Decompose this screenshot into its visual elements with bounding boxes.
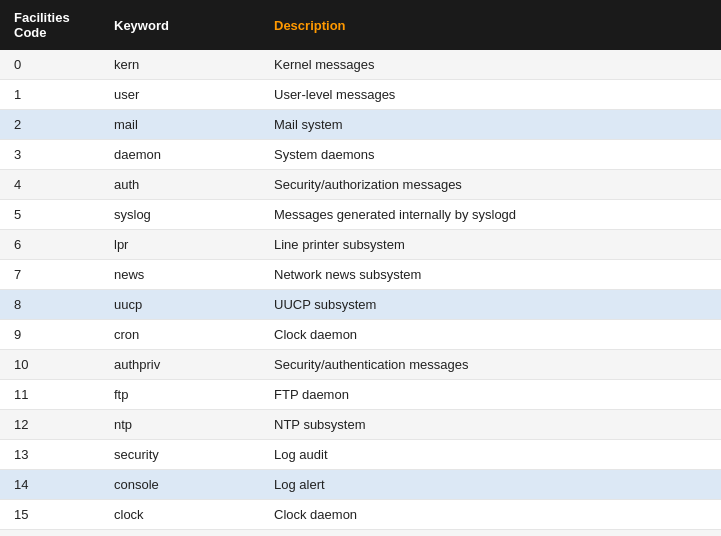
facilities-table: Facilities Code Keyword Description 0ker…: [0, 0, 721, 536]
table-row: 5syslogMessages generated internally by …: [0, 200, 721, 230]
cell-code: 10: [0, 350, 100, 380]
table-row: 8uucpUUCP subsystem: [0, 290, 721, 320]
cell-keyword: console: [100, 470, 260, 500]
cell-code: 5: [0, 200, 100, 230]
cell-description: Log audit: [260, 440, 721, 470]
cell-keyword: ftp: [100, 380, 260, 410]
cell-description: System daemons: [260, 140, 721, 170]
cell-description: Kernel messages: [260, 50, 721, 80]
cell-code: 2: [0, 110, 100, 140]
table-header-row: Facilities Code Keyword Description: [0, 0, 721, 50]
cell-keyword: security: [100, 440, 260, 470]
table-row: 14consoleLog alert: [0, 470, 721, 500]
table-row: 4authSecurity/authorization messages: [0, 170, 721, 200]
cell-code: 0: [0, 50, 100, 80]
cell-description: Mail system: [260, 110, 721, 140]
cell-keyword: cron: [100, 320, 260, 350]
cell-description: FTP daemon: [260, 380, 721, 410]
cell-keyword: user: [100, 80, 260, 110]
cell-description: UUCP subsystem: [260, 290, 721, 320]
cell-code: 16-23: [0, 530, 100, 537]
table-row: 12ntpNTP subsystem: [0, 410, 721, 440]
cell-description: Clock daemon: [260, 500, 721, 530]
cell-description: Messages generated internally by syslogd: [260, 200, 721, 230]
table-row: 0kernKernel messages: [0, 50, 721, 80]
cell-keyword: uucp: [100, 290, 260, 320]
cell-code: 9: [0, 320, 100, 350]
cell-keyword: news: [100, 260, 260, 290]
table-row: 16-23local0 - local7Locally used facilit…: [0, 530, 721, 537]
cell-description: Log alert: [260, 470, 721, 500]
cell-keyword: local0 - local7: [100, 530, 260, 537]
cell-keyword: syslog: [100, 200, 260, 230]
cell-keyword: ntp: [100, 410, 260, 440]
table-row: 2mailMail system: [0, 110, 721, 140]
cell-keyword: clock: [100, 500, 260, 530]
col-header-description: Description: [260, 0, 721, 50]
cell-code: 14: [0, 470, 100, 500]
cell-description: User-level messages: [260, 80, 721, 110]
cell-keyword: daemon: [100, 140, 260, 170]
cell-code: 6: [0, 230, 100, 260]
table-row: 10authprivSecurity/authentication messag…: [0, 350, 721, 380]
cell-description: Security/authentication messages: [260, 350, 721, 380]
cell-code: 4: [0, 170, 100, 200]
col-header-keyword: Keyword: [100, 0, 260, 50]
cell-code: 7: [0, 260, 100, 290]
cell-description: Locally used facilitiesCSDN @_joey_dai: [260, 530, 721, 537]
cell-keyword: lpr: [100, 230, 260, 260]
cell-keyword: authpriv: [100, 350, 260, 380]
cell-description: Line printer subsystem: [260, 230, 721, 260]
cell-code: 1: [0, 80, 100, 110]
cell-description: Clock daemon: [260, 320, 721, 350]
cell-code: 11: [0, 380, 100, 410]
cell-code: 13: [0, 440, 100, 470]
cell-description: NTP subsystem: [260, 410, 721, 440]
cell-keyword: kern: [100, 50, 260, 80]
cell-code: 3: [0, 140, 100, 170]
table-row: 7newsNetwork news subsystem: [0, 260, 721, 290]
cell-code: 8: [0, 290, 100, 320]
cell-description: Security/authorization messages: [260, 170, 721, 200]
table-row: 9cronClock daemon: [0, 320, 721, 350]
cell-keyword: mail: [100, 110, 260, 140]
table-row: 15clockClock daemon: [0, 500, 721, 530]
cell-code: 12: [0, 410, 100, 440]
table-row: 6lprLine printer subsystem: [0, 230, 721, 260]
cell-keyword: auth: [100, 170, 260, 200]
cell-code: 15: [0, 500, 100, 530]
table-row: 11ftpFTP daemon: [0, 380, 721, 410]
col-header-code: Facilities Code: [0, 0, 100, 50]
cell-description: Network news subsystem: [260, 260, 721, 290]
table-row: 13securityLog audit: [0, 440, 721, 470]
table-row: 3daemonSystem daemons: [0, 140, 721, 170]
table-row: 1userUser-level messages: [0, 80, 721, 110]
